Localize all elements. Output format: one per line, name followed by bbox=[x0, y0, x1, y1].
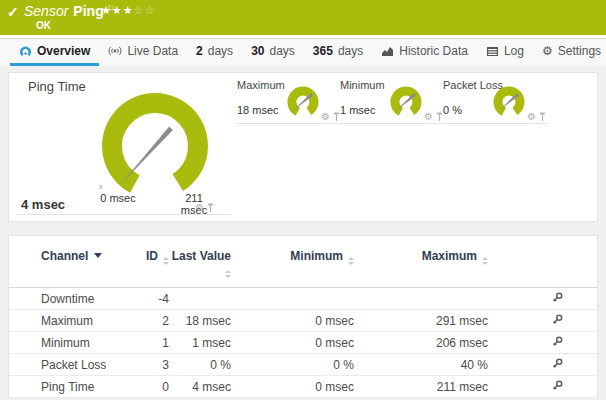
cell-maximum: 291 msec bbox=[354, 310, 488, 332]
cell-last-value bbox=[169, 288, 231, 310]
tab-bar: Overview Live Data 2 days 30 days 365 da… bbox=[0, 35, 606, 66]
tab-strip: Overview Live Data 2 days 30 days 365 da… bbox=[0, 38, 606, 66]
sort-icon bbox=[163, 257, 169, 265]
channel-settings-icon[interactable] bbox=[552, 336, 563, 347]
channel-table: Channel ID Last Value Minimum Maximum Do… bbox=[9, 248, 597, 398]
column-header-last-value[interactable]: Last Value bbox=[169, 248, 231, 288]
cell-last-value: 0 % bbox=[169, 354, 231, 376]
mini-gauge-cell-packet-loss: Packet Loss 0 % ⚙ bbox=[443, 77, 547, 124]
cell-maximum bbox=[354, 288, 488, 310]
sensor-title-prefix: Sensor bbox=[24, 3, 68, 19]
divider bbox=[17, 214, 231, 215]
sensor-overview-page: ✓ SensorPing⚐ ★★★☆☆ OK Overview Live Dat… bbox=[0, 0, 606, 400]
cell-minimum: 0 msec bbox=[231, 332, 354, 354]
gauge-scale-min-label: 0 msec bbox=[95, 192, 141, 204]
gear-icon[interactable]: ⚙ bbox=[424, 112, 433, 122]
tab-30-days[interactable]: 30 days bbox=[242, 39, 304, 66]
tab-365-days[interactable]: 365 days bbox=[304, 39, 372, 66]
cell-id: 3 bbox=[131, 354, 169, 376]
column-header-channel[interactable]: Channel bbox=[9, 248, 131, 288]
tab-live-data[interactable]: Live Data bbox=[99, 39, 187, 66]
gear-icon[interactable]: ⚙ bbox=[527, 112, 536, 122]
cell-last-value: 18 msec bbox=[169, 310, 231, 332]
cell-maximum: 40 % bbox=[354, 354, 488, 376]
tab-overview[interactable]: Overview bbox=[10, 39, 99, 66]
cell-maximum: 206 msec bbox=[354, 332, 488, 354]
cell-id: -4 bbox=[131, 288, 169, 310]
mini-gauge-title: Minimum bbox=[340, 79, 385, 91]
gear-icon[interactable]: ⚙ bbox=[195, 203, 204, 213]
sensor-header: ✓ SensorPing⚐ ★★★☆☆ OK bbox=[0, 0, 606, 35]
gear-icon[interactable]: ⚙ bbox=[321, 112, 330, 122]
sort-icon bbox=[482, 257, 488, 265]
sort-desc-icon bbox=[94, 253, 102, 258]
cell-minimum: 0 % bbox=[231, 354, 354, 376]
mini-gauge bbox=[286, 86, 320, 120]
pin-icon[interactable] bbox=[436, 112, 443, 122]
tab-2-days[interactable]: 2 days bbox=[187, 39, 242, 66]
mini-gauge-value: 18 msec bbox=[237, 104, 279, 116]
table-row-downtime[interactable]: Downtime -4 bbox=[9, 288, 597, 310]
cell-id: 1 bbox=[131, 332, 169, 354]
table-row-maximum[interactable]: Maximum 2 18 msec 0 msec 291 msec bbox=[9, 310, 597, 332]
cell-channel: Ping Time bbox=[9, 376, 131, 398]
column-header-actions bbox=[488, 248, 597, 288]
mini-gauge-cell-maximum: Maximum 18 msec ⚙ bbox=[237, 77, 341, 124]
cell-minimum bbox=[231, 288, 354, 310]
mini-gauge-title: Maximum bbox=[237, 79, 285, 91]
channel-table-panel: Channel ID Last Value Minimum Maximum Do… bbox=[8, 235, 598, 398]
channel-settings-icon[interactable] bbox=[552, 380, 563, 391]
mini-gauge bbox=[389, 86, 423, 120]
cell-maximum: 211 msec bbox=[354, 376, 488, 398]
gauge-tab-icon bbox=[19, 45, 32, 58]
table-row-minimum[interactable]: Minimum 1 1 msec 0 msec 206 msec bbox=[9, 332, 597, 354]
table-row-ping-time[interactable]: Ping Time 0 4 msec 0 msec 211 msec bbox=[9, 376, 597, 398]
channel-settings-icon[interactable] bbox=[552, 314, 563, 325]
mini-gauge-value: 0 % bbox=[443, 104, 462, 116]
sensor-name: Ping bbox=[73, 3, 103, 19]
ping-time-gauge bbox=[95, 89, 215, 199]
log-icon bbox=[486, 46, 499, 57]
cell-minimum: 0 msec bbox=[231, 376, 354, 398]
pin-icon[interactable] bbox=[539, 112, 546, 122]
pin-icon[interactable] bbox=[207, 203, 214, 213]
cell-channel: Maximum bbox=[9, 310, 131, 332]
gauge-cell-actions: ⚙ bbox=[424, 112, 443, 122]
column-header-id[interactable]: ID bbox=[131, 248, 169, 288]
mini-gauge bbox=[492, 86, 526, 120]
tab-historic-data[interactable]: Historic Data bbox=[372, 39, 477, 66]
channel-settings-icon[interactable] bbox=[552, 358, 563, 369]
priority-stars[interactable]: ★★★☆☆ bbox=[101, 4, 155, 17]
column-header-minimum[interactable]: Minimum bbox=[231, 248, 354, 288]
column-header-maximum[interactable]: Maximum bbox=[354, 248, 488, 288]
tab-settings[interactable]: ⚙ Settings bbox=[533, 39, 606, 66]
gauge-needle bbox=[120, 127, 173, 186]
channel-settings-icon[interactable] bbox=[552, 292, 563, 303]
ping-time-value: 4 msec bbox=[21, 197, 65, 212]
gauge-scale-marker-icon: x bbox=[99, 183, 103, 190]
cell-id: 0 bbox=[131, 376, 169, 398]
mini-gauge-cell-minimum: Minimum 1 msec ⚙ bbox=[340, 77, 444, 124]
pin-icon[interactable] bbox=[333, 112, 340, 122]
cell-channel: Packet Loss bbox=[9, 354, 131, 376]
cell-id: 2 bbox=[131, 310, 169, 332]
cell-channel: Downtime bbox=[9, 288, 131, 310]
cell-last-value: 1 msec bbox=[169, 332, 231, 354]
star-filled-icons[interactable]: ★★★ bbox=[101, 4, 134, 16]
gauge-cell-actions: ⚙ bbox=[527, 112, 546, 122]
broadcast-icon bbox=[108, 45, 122, 57]
mini-gauge-value: 1 msec bbox=[340, 104, 375, 116]
cell-last-value: 4 msec bbox=[169, 376, 231, 398]
cell-channel: Minimum bbox=[9, 332, 131, 354]
cell-minimum: 0 msec bbox=[231, 310, 354, 332]
sort-icon bbox=[225, 270, 231, 278]
tab-log[interactable]: Log bbox=[477, 39, 533, 66]
chart-icon bbox=[381, 45, 394, 57]
gauge-cell-actions: ⚙ bbox=[321, 112, 340, 122]
gauge-panel: Ping Time x 0 msec 211 msec 4 msec ⚙ Max… bbox=[8, 72, 598, 222]
gauge-cell-actions: ⚙ bbox=[195, 203, 214, 213]
sort-icon bbox=[348, 257, 354, 265]
table-header-row: Channel ID Last Value Minimum Maximum bbox=[9, 248, 597, 288]
table-row-packet-loss[interactable]: Packet Loss 3 0 % 0 % 40 % bbox=[9, 354, 597, 376]
star-empty-icons[interactable]: ☆☆ bbox=[134, 4, 156, 16]
